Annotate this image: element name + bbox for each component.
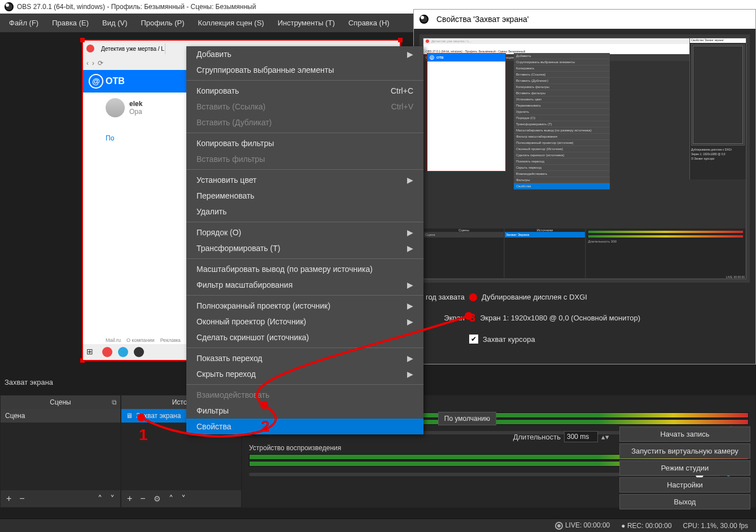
ctx-scale-output[interactable]: Масштабировать вывод (по размеру источни…	[186, 261, 423, 277]
ctx-copy-filters[interactable]: Копировать фильтры	[186, 135, 423, 151]
menu-tools[interactable]: Инструменты (T)	[271, 15, 342, 30]
annotation-3: 3	[469, 311, 475, 324]
start-vcam-button[interactable]: Запустить виртуальную камеру	[619, 443, 750, 459]
windows-start-icon: ⊞	[86, 347, 97, 357]
studio-mode-button[interactable]: Режим студии	[619, 460, 750, 476]
menu-profile[interactable]: Профиль (P)	[134, 15, 191, 30]
obs-logo-icon	[5, 2, 14, 11]
cursor-checkbox[interactable]: ✔	[469, 335, 478, 344]
submenu-arrow-icon: ▶	[407, 301, 413, 310]
ctx-separator	[186, 348, 423, 348]
nav-back-icon: ‹	[86, 59, 89, 67]
menu-edit[interactable]: Правка (E)	[45, 15, 95, 30]
submenu-arrow-icon: ▶	[407, 317, 413, 326]
properties-body: Детектив уже мертва / L... OBS 27.0.1 (6…	[414, 29, 755, 364]
live-dot-icon	[555, 522, 563, 530]
ctx-hide-transition[interactable]: Скрыть переход▶	[186, 366, 423, 382]
cursor-row[interactable]: ✔ Захват курсора	[469, 335, 750, 344]
captured-username: elek	[129, 100, 142, 108]
footer-about: О компании	[126, 337, 155, 343]
ctx-paste-dup: Вставить (Дубликат)	[186, 115, 423, 130]
scenes-header[interactable]: Сцены ⧉	[1, 395, 120, 409]
ctx-interact: Взаимодействовать	[186, 387, 423, 403]
ctx-separator	[186, 295, 423, 296]
avatar	[106, 98, 125, 117]
menu-help[interactable]: Справка (H)	[342, 15, 396, 30]
properties-titlebar[interactable]: Свойства 'Захват экрана'	[414, 10, 755, 29]
ctx-separator	[186, 169, 423, 170]
menu-view[interactable]: Вид (V)	[95, 15, 134, 30]
annotation-2: 2	[261, 417, 270, 436]
footer-ads: Реклама	[160, 337, 181, 343]
ctx-window-projector[interactable]: Оконный проектор (Источник)▶	[186, 314, 423, 329]
start-recording-button[interactable]: Начать запись	[619, 427, 750, 442]
source-up-button[interactable]: ˄	[169, 494, 173, 504]
ctx-properties[interactable]: Свойства	[186, 419, 423, 434]
resize-handle-tl[interactable]	[80, 38, 85, 42]
properties-title: Свойства 'Захват экрана'	[436, 15, 528, 24]
scene-item[interactable]: Сцена	[1, 409, 120, 423]
ctx-copy[interactable]: КопироватьCtrl+C	[186, 83, 423, 99]
capture-method-row: год захвата Дублирование дисплея с DXGI	[419, 293, 750, 301]
live-status: LIVE: 00:00:00	[555, 521, 610, 530]
ctx-show-transition[interactable]: Показать переход▶	[186, 350, 423, 366]
opera-icon	[86, 45, 94, 52]
rec-status: ● REC: 00:00:00	[621, 522, 671, 530]
source-down-button[interactable]: ˅	[181, 494, 186, 504]
method-label: год захвата	[419, 293, 465, 301]
resize-handle-tr[interactable]	[398, 38, 403, 42]
scenes-title: Сцены	[50, 398, 71, 406]
method-value[interactable]: Дублирование дисплея с DXGI	[482, 293, 587, 301]
submenu-arrow-icon: ▶	[407, 175, 413, 184]
settings-button[interactable]: Настройки	[619, 477, 750, 493]
mail-brand: ОТВ	[106, 76, 125, 86]
defaults-button[interactable]: По умолчанию	[438, 412, 496, 425]
annotation-1: 1	[139, 426, 148, 444]
source-context-menu: Добавить▶ Сгруппировать выбранные элемен…	[186, 46, 423, 434]
duration-input[interactable]	[564, 431, 598, 442]
ctx-order[interactable]: Порядок (O)▶	[186, 225, 423, 240]
captured-tab: Детектив уже мертва / L...	[98, 43, 165, 54]
scene-down-button[interactable]: ˅	[110, 494, 115, 504]
cpu-status: CPU: 1.1%, 30.00 fps	[683, 522, 748, 530]
add-source-button[interactable]: +	[127, 494, 132, 504]
ctx-scale-filter[interactable]: Фильтр масштабирования▶	[186, 277, 423, 293]
menu-scene-collection[interactable]: Коллекция сцен (S)	[191, 15, 271, 30]
scenes-list[interactable]: Сцена	[1, 409, 120, 490]
transition-duration-row: Длительность ▴▾	[513, 431, 609, 442]
add-scene-button[interactable]: +	[6, 494, 11, 504]
screen-label: Экран	[419, 314, 465, 322]
properties-window: Свойства 'Захват экрана' Детектив уже ме…	[413, 9, 756, 364]
ctx-separator	[186, 222, 423, 222]
remove-scene-button[interactable]: −	[19, 494, 24, 504]
menu-file[interactable]: Файл (F)	[2, 15, 45, 30]
scenes-dock: Сцены ⧉ Сцена + − ˄ ˅	[0, 395, 121, 508]
ctx-set-color[interactable]: Установить цвет▶	[186, 172, 423, 188]
telegram-taskbar-icon	[118, 347, 128, 357]
ctx-paste-link: Вставить (Ссылка)Ctrl+V	[186, 99, 423, 115]
ctx-delete[interactable]: Удалить	[186, 204, 423, 219]
annotation-dot-3	[469, 293, 477, 301]
ctx-add[interactable]: Добавить▶	[186, 46, 423, 62]
ctx-screenshot[interactable]: Сделать скриншот (источника)	[186, 329, 423, 345]
ctx-rename[interactable]: Переименовать	[186, 188, 423, 204]
window-title: OBS 27.0.1 (64-bit, windows) - Профиль: …	[17, 3, 256, 11]
remove-source-button[interactable]: −	[140, 494, 145, 504]
ctx-transform[interactable]: Трансформировать (T)▶	[186, 240, 423, 256]
nav-reload-icon: ⟳	[98, 59, 103, 67]
display-icon: 🖥	[126, 412, 133, 420]
captured-footer: Mail.ru О компании Реклама	[106, 337, 181, 343]
ctx-filters[interactable]: Фильтры	[186, 403, 423, 419]
submenu-arrow-icon: ▶	[407, 354, 413, 363]
dock-popout-icon[interactable]: ⧉	[112, 398, 117, 406]
channel-name: Устройство воспроизведения	[249, 444, 341, 452]
ctx-fullscreen-projector[interactable]: Полноэкранный проектор (источник)▶	[186, 298, 423, 314]
mini-obs-capture: Детектив уже мертва / L... OBS 27.0.1 (6…	[423, 38, 746, 279]
ctx-group[interactable]: Сгруппировать выбранные элементы	[186, 62, 423, 78]
ctx-separator	[186, 133, 423, 133]
exit-button[interactable]: Выход	[619, 494, 750, 509]
screen-value[interactable]: Экран 1: 1920x1080 @ 0,0 (Основной монит…	[480, 314, 640, 322]
source-settings-button[interactable]: ⚙	[154, 494, 161, 503]
scene-up-button[interactable]: ˄	[98, 494, 102, 504]
stepper-icon[interactable]: ▴▾	[601, 433, 609, 441]
